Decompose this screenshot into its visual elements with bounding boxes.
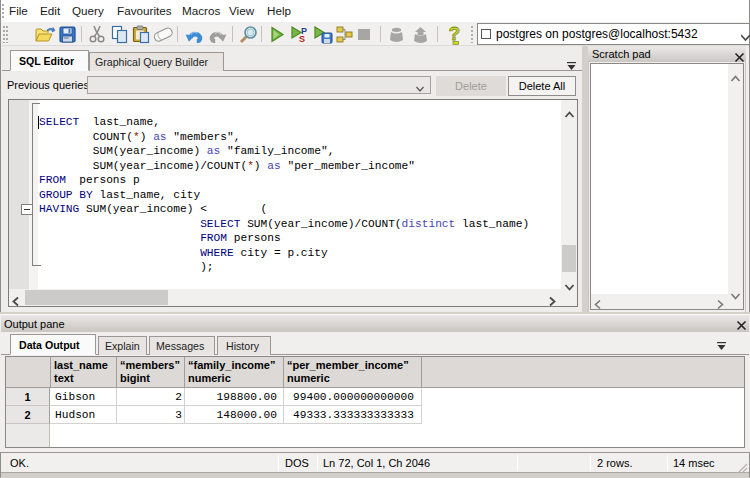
svg-text:?: ? <box>449 24 461 44</box>
svg-text:S: S <box>299 34 305 44</box>
